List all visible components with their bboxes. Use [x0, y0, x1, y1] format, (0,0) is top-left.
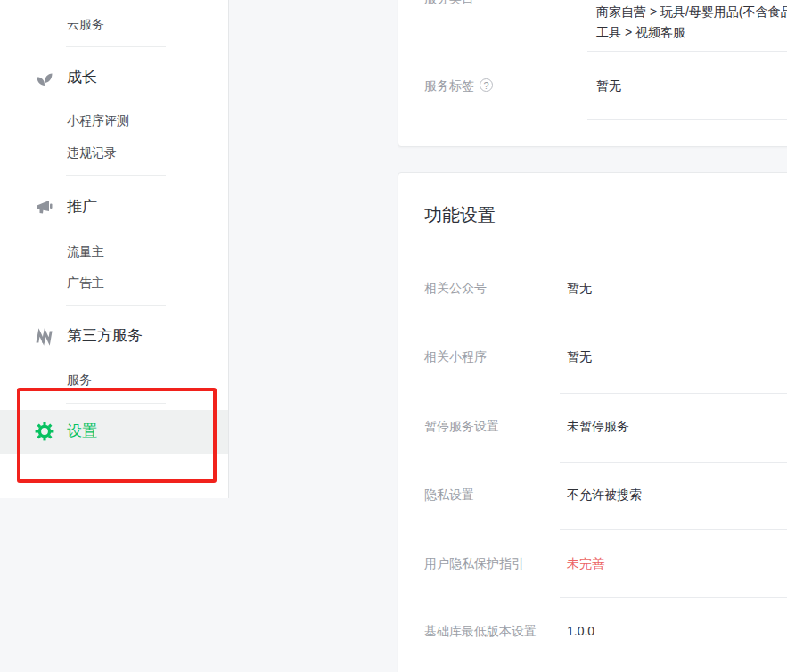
sidebar-item-mini-program-review[interactable]: 小程序评测	[67, 111, 129, 129]
service-category-value: 商家自营 > 玩具/母婴用品(不含食品 工具 > 视频客服	[596, 2, 787, 43]
row-divider	[560, 324, 787, 324]
sprout-icon	[35, 69, 54, 88]
service-info-card: 服务类目 商家自营 > 玩具/母婴用品(不含食品 工具 > 视频客服 服务标签 …	[398, 0, 787, 147]
sidebar: 云服务 成长 小程序评测 违规记录 推广 流量主 广告主	[0, 0, 229, 498]
sidebar-divider	[66, 46, 166, 47]
service-category-label: 服务类目	[424, 0, 474, 7]
row-divider	[560, 668, 787, 668]
suspend-service-label: 暂停服务设置	[424, 418, 499, 435]
row-divider	[587, 119, 787, 120]
sidebar-item-service[interactable]: 服务	[67, 371, 92, 389]
function-settings-title: 功能设置	[424, 203, 496, 226]
row-divider	[560, 597, 787, 598]
sidebar-divider	[66, 305, 166, 306]
megaphone-icon	[35, 198, 54, 217]
related-mini-program-label: 相关小程序	[424, 348, 487, 365]
row-divider	[560, 393, 787, 394]
sidebar-item-third-party[interactable]: 第三方服务	[67, 326, 143, 346]
sidebar-item-settings[interactable]: 设置	[0, 410, 228, 454]
related-official-account-label: 相关公众号	[424, 280, 487, 297]
service-category-line-2: 工具 > 视频客服	[596, 22, 787, 43]
sidebar-item-traffic-owner[interactable]: 流量主	[67, 242, 104, 260]
privacy-settings-value: 不允许被搜索	[567, 487, 642, 504]
sidebar-item-promotion[interactable]: 推广	[67, 197, 97, 217]
related-mini-program-value: 暂无	[567, 348, 592, 365]
sidebar-item-settings-label: 设置	[67, 422, 97, 441]
sidebar-divider	[66, 175, 166, 176]
service-tag-value: 暂无	[596, 78, 621, 94]
user-privacy-guide-status: 未完善	[567, 555, 604, 572]
base-library-version-label: 基础库最低版本设置	[424, 623, 537, 640]
sidebar-item-advertiser[interactable]: 广告主	[67, 274, 104, 291]
sidebar-item-growth[interactable]: 成长	[67, 68, 97, 87]
row-divider	[560, 462, 787, 463]
gear-icon	[35, 422, 54, 441]
related-official-account-value: 暂无	[567, 280, 592, 297]
service-tag-label: 服务标签	[424, 78, 474, 94]
third-party-icon	[35, 327, 54, 347]
function-settings-card: 功能设置 相关公众号 暂无 相关小程序 暂无 暂停服务设置 未暂停服务 隐私设置…	[398, 172, 787, 672]
sidebar-item-cloud-service[interactable]: 云服务	[67, 15, 104, 33]
service-category-line-1: 商家自营 > 玩具/母婴用品(不含食品	[596, 2, 787, 22]
row-divider	[560, 529, 787, 530]
base-library-version-value: 1.0.0	[567, 623, 594, 640]
privacy-settings-label: 隐私设置	[424, 487, 474, 504]
question-mark-icon[interactable]: ?	[480, 78, 493, 92]
sidebar-item-violation-record[interactable]: 违规记录	[67, 143, 117, 161]
suspend-service-value: 未暂停服务	[567, 418, 629, 435]
sidebar-divider	[66, 403, 166, 404]
row-divider	[587, 51, 787, 52]
user-privacy-guide-label: 用户隐私保护指引	[424, 555, 524, 572]
